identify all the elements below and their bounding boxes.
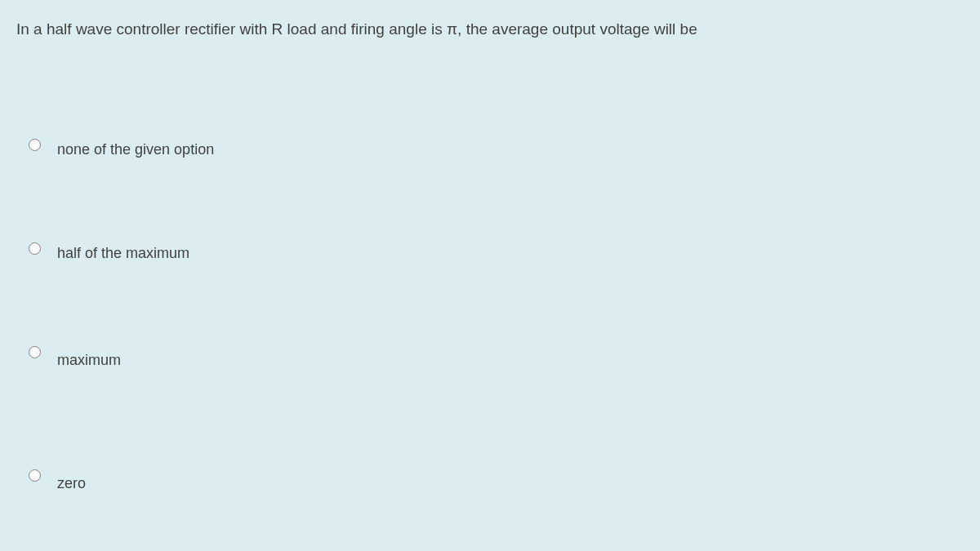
radio-option-3[interactable] (29, 346, 41, 358)
question-text: In a half wave controller rectifier with… (16, 20, 964, 38)
option-label: maximum (57, 344, 121, 369)
option-row: maximum (16, 344, 964, 369)
option-row: half of the maximum (16, 240, 964, 262)
option-row: none of the given option (16, 136, 964, 158)
radio-option-2[interactable] (29, 242, 41, 255)
option-label: none of the given option (57, 136, 214, 158)
option-row: zero (16, 467, 964, 492)
options-container: none of the given option half of the max… (16, 136, 964, 492)
option-label: half of the maximum (57, 240, 189, 262)
radio-option-1[interactable] (29, 139, 41, 151)
radio-option-4[interactable] (29, 469, 41, 482)
option-label: zero (57, 467, 86, 492)
